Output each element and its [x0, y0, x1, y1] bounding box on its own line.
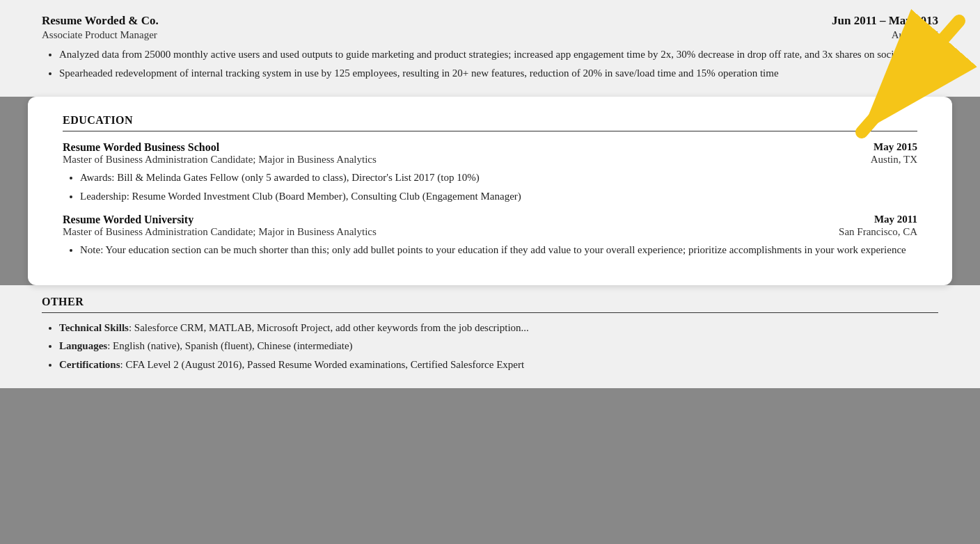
edu-date-2: May 2011 [874, 214, 917, 225]
job-title-row: Associate Product Manager Austin, TX [42, 29, 938, 41]
other-section: OTHER Technical Skills: Salesforce CRM, … [0, 285, 980, 389]
other-divider [42, 312, 938, 313]
edu-bullets-2: Note: Your education section can be much… [63, 242, 917, 258]
company-name: Resume Worded & Co. [42, 14, 159, 28]
edu-bullets-1: Awards: Bill & Melinda Gates Fellow (onl… [63, 170, 917, 204]
other-heading: OTHER [42, 296, 938, 308]
education-heading: EDUCATION [63, 114, 917, 127]
education-card: EDUCATION Resume Worded Business School … [28, 97, 952, 285]
languages-label: Languages [59, 340, 107, 351]
education-divider [63, 131, 917, 131]
work-date-range: Jun 2011 – May 2013 [832, 14, 938, 28]
school-name-2: Resume Worded University [63, 214, 193, 226]
edu-date-1: May 2015 [874, 141, 917, 153]
work-bullet-2: Spearheaded redevelopment of internal tr… [59, 65, 938, 81]
other-bullets: Technical Skills: Salesforce CRM, MATLAB… [42, 320, 938, 373]
edu-entry-1: Resume Worded Business School May 2015 M… [63, 141, 917, 204]
edu-subtitle-row-1: Master of Business Administration Candid… [63, 154, 917, 166]
edu-degree-1: Master of Business Administration Candid… [63, 154, 377, 166]
school-name-1: Resume Worded Business School [63, 141, 219, 154]
edu-subtitle-row-2: Master of Business Administration Candid… [63, 226, 917, 238]
other-bullet-languages: Languages: English (native), Spanish (fl… [59, 338, 938, 354]
edu-bullet-1-2: Leadership: Resume Worded Investment Clu… [80, 189, 917, 205]
work-bullets: Analyzed data from 25000 monthly active … [42, 47, 938, 81]
work-bullet-1: Analyzed data from 25000 monthly active … [59, 47, 938, 63]
edu-bullet-1-1: Awards: Bill & Melinda Gates Fellow (onl… [80, 170, 917, 186]
work-header-row: Resume Worded & Co. Jun 2011 – May 2013 [42, 14, 938, 28]
certifications-label: Certifications [59, 359, 120, 370]
certifications-text: CFA Level 2 (August 2016), Passed Resume… [125, 359, 524, 370]
edu-header-row-2: Resume Worded University May 2011 [63, 214, 917, 226]
other-bullet-certifications: Certifications: CFA Level 2 (August 2016… [59, 357, 938, 373]
edu-header-row-1: Resume Worded Business School May 2015 [63, 141, 917, 154]
technical-skills-label: Technical Skills [59, 322, 129, 333]
other-bullet-technical: Technical Skills: Salesforce CRM, MATLAB… [59, 320, 938, 336]
edu-bullet-2-1: Note: Your education section can be much… [80, 242, 917, 258]
work-section: Resume Worded & Co. Jun 2011 – May 2013 … [0, 0, 980, 97]
job-title: Associate Product Manager [42, 29, 157, 41]
edu-degree-2: Master of Business Administration Candid… [63, 226, 377, 238]
languages-text: English (native), Spanish (fluent), Chin… [113, 340, 353, 351]
work-location: Austin, TX [892, 29, 938, 41]
edu-entry-2: Resume Worded University May 2011 Master… [63, 214, 917, 258]
edu-location-2: San Francisco, CA [839, 226, 917, 238]
technical-skills-text: Salesforce CRM, MATLAB, Microsoft Projec… [134, 322, 529, 333]
edu-location-1: Austin, TX [871, 154, 917, 166]
page-wrapper: Resume Worded & Co. Jun 2011 – May 2013 … [0, 0, 980, 544]
